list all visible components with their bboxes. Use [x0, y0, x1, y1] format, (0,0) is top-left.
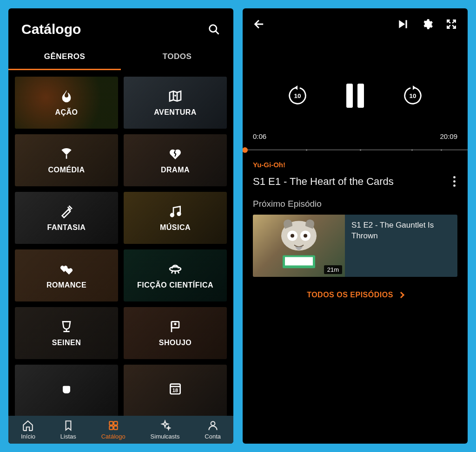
all-episodes-label: TODOS OS EPISÓDIOS — [307, 291, 393, 299]
nav-conta[interactable]: Conta — [205, 419, 221, 440]
svg-rect-30 — [285, 257, 313, 265]
genre-card-seinen[interactable]: SEINEN — [15, 307, 118, 359]
total-time: 20:09 — [440, 132, 457, 140]
nav-label: Listas — [60, 433, 76, 440]
calendar-icon: 18 — [168, 381, 183, 396]
next-episode-label: Próximo Episódio — [253, 199, 457, 209]
bottom-nav: Início Listas Catálogo Simulcasts Conta — [8, 416, 233, 444]
svg-point-28 — [304, 234, 307, 237]
genre-label: DRAMA — [161, 166, 190, 174]
gear-icon[interactable] — [421, 18, 433, 30]
genre-card-fantasia[interactable]: FANTASIA — [15, 192, 118, 244]
fullscreen-icon[interactable] — [445, 18, 457, 30]
skip-next-icon[interactable] — [397, 18, 409, 30]
genre-label: FICÇÃO CIENTÍFICA — [137, 281, 213, 289]
episode-title: S1 E1 - The Heart of the Cards — [253, 176, 394, 188]
duration-badge: 21m — [324, 265, 342, 274]
svg-point-20 — [211, 421, 215, 426]
genre-label: AÇÃO — [55, 108, 78, 117]
flame-icon — [59, 89, 74, 104]
sword-icon — [59, 204, 74, 219]
svg-text:10: 10 — [410, 92, 416, 99]
pause-button[interactable] — [346, 84, 364, 108]
series-name[interactable]: Yu-Gi-Oh! — [253, 161, 457, 169]
genre-card-shoujo[interactable]: SHOUJO — [124, 307, 227, 359]
time-row: 0:06 20:09 — [253, 132, 457, 140]
svg-rect-17 — [114, 421, 118, 425]
account-icon — [207, 419, 219, 432]
genre-card-acao[interactable]: AÇÃO — [15, 77, 118, 129]
fist-icon — [59, 381, 74, 396]
chevron-right-icon — [398, 292, 404, 298]
episode-info: Yu-Gi-Oh! S1 E1 - The Heart of the Cards… — [243, 151, 468, 313]
tab-all[interactable]: TODOS — [121, 46, 233, 70]
svg-point-5 — [170, 267, 181, 271]
video-player[interactable]: 10 10 0:06 20:09 — [243, 35, 468, 151]
genre-card-musica[interactable]: MÚSICA — [124, 192, 227, 244]
svg-line-1 — [216, 31, 219, 34]
next-episode-title: S1 E2 - The Gauntlet Is Thrown — [351, 220, 451, 242]
grid-icon — [107, 419, 119, 432]
back-icon[interactable] — [253, 18, 266, 31]
progress-bar[interactable] — [243, 149, 468, 151]
genre-card-drama[interactable]: DRAMA — [124, 134, 227, 186]
genre-label: SHOUJO — [159, 339, 192, 347]
svg-point-26 — [291, 234, 294, 237]
page-title: Catálogo — [21, 21, 81, 37]
nav-inicio[interactable]: Início — [21, 419, 35, 440]
catalog-screen: Catálogo GÊNEROS TODOS AÇÃO AVENTURA COM… — [8, 8, 233, 444]
genre-label: MÚSICA — [160, 223, 191, 232]
all-episodes-button[interactable]: TODOS OS EPISÓDIOS — [253, 277, 457, 313]
next-episode-thumbnail: 21m — [253, 215, 345, 277]
broken-heart-icon — [168, 146, 183, 161]
ufo-icon — [168, 262, 183, 276]
genre-card-extra-2[interactable]: 18 — [124, 365, 227, 416]
player-toolbar — [243, 8, 468, 35]
genre-card-ficcao[interactable]: FICÇÃO CIENTÍFICA — [124, 249, 227, 301]
nav-simulcasts[interactable]: Simulcasts — [151, 419, 180, 440]
genre-grid[interactable]: AÇÃO AVENTURA COMÉDIA DRAMA FANTASIA MÚS… — [8, 70, 233, 416]
music-icon — [168, 204, 183, 219]
svg-text:18: 18 — [172, 387, 178, 393]
fan-icon — [59, 146, 74, 161]
genre-card-aventura[interactable]: AVENTURA — [124, 77, 227, 129]
genre-card-comedia[interactable]: COMÉDIA — [15, 134, 118, 186]
tab-genres[interactable]: GÊNEROS — [8, 46, 121, 70]
forward-10-button[interactable]: 10 — [402, 84, 423, 107]
home-icon — [22, 419, 34, 432]
catalog-tabs: GÊNEROS TODOS — [8, 46, 233, 70]
search-icon[interactable] — [207, 23, 220, 36]
nav-label: Catálogo — [101, 433, 126, 440]
svg-point-0 — [210, 25, 217, 32]
rewind-10-button[interactable]: 10 — [287, 84, 308, 107]
nav-label: Início — [21, 433, 35, 440]
next-episode-card[interactable]: 21m S1 E2 - The Gauntlet Is Thrown — [253, 215, 457, 277]
sparkle-icon — [159, 419, 171, 432]
genre-label: FANTASIA — [47, 223, 86, 232]
player-controls: 10 10 — [243, 78, 468, 108]
more-menu-icon[interactable] — [451, 174, 457, 189]
bookmark-icon — [62, 419, 74, 432]
svg-rect-21 — [405, 20, 407, 28]
cup-icon — [59, 319, 74, 334]
genre-card-extra-1[interactable] — [15, 365, 118, 416]
nav-listas[interactable]: Listas — [60, 419, 76, 440]
genre-label: SEINEN — [52, 339, 81, 347]
svg-rect-16 — [109, 421, 113, 425]
svg-text:10: 10 — [294, 92, 301, 99]
player-screen: 10 10 0:06 20:09 — [243, 8, 468, 444]
genre-label: COMÉDIA — [48, 166, 85, 174]
svg-rect-19 — [114, 426, 118, 430]
map-icon — [168, 89, 183, 104]
current-time: 0:06 — [253, 132, 266, 140]
svg-rect-18 — [109, 426, 113, 430]
genre-label: AVENTURA — [154, 108, 197, 117]
catalog-header: Catálogo — [8, 8, 233, 46]
nav-label: Conta — [205, 433, 221, 440]
hearts-icon — [59, 262, 74, 276]
genre-label: ROMANCE — [46, 281, 86, 289]
svg-point-4 — [178, 212, 181, 216]
svg-point-3 — [171, 214, 174, 217]
nav-catalogo[interactable]: Catálogo — [101, 419, 126, 440]
genre-card-romance[interactable]: ROMANCE — [15, 249, 118, 301]
